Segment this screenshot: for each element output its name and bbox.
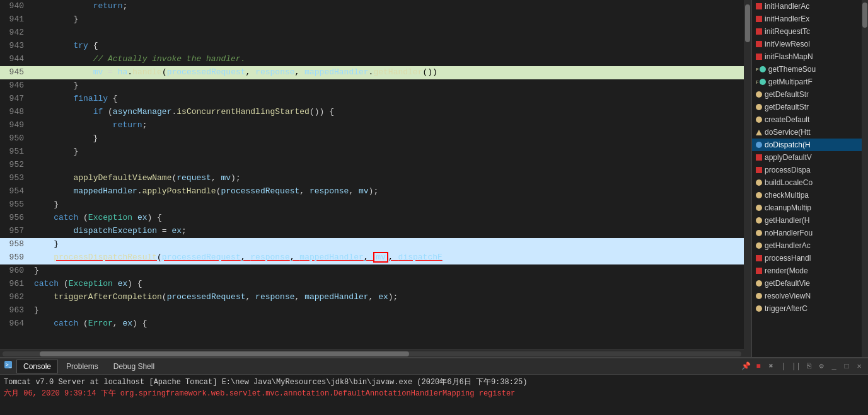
scrollbar-thumb[interactable] [40, 351, 409, 356]
table-row[interactable]: 951 } [0, 145, 744, 159]
horizontal-scrollbar[interactable] [0, 350, 744, 357]
method-icon [756, 192, 762, 198]
table-row[interactable]: 941 } [0, 13, 744, 26]
table-row[interactable]: 955 } [0, 198, 744, 212]
outline-item[interactable]: buildLocaleCo [752, 176, 862, 189]
table-row[interactable]: 963} [0, 304, 744, 317]
method-icon [756, 130, 762, 135]
code-line-content: finally { [32, 93, 744, 106]
method-label: noHandlerFou [765, 229, 813, 237]
line-number: 962 [0, 291, 32, 304]
outline-item[interactable]: triggerAfterC [752, 302, 862, 315]
table-row[interactable]: 959 processDispatchResult(processedReque… [0, 251, 744, 264]
table-row[interactable]: 950 } [0, 132, 744, 145]
outline-item[interactable]: getDefaultVie [752, 277, 862, 290]
outline-item[interactable]: initRequestTc [752, 25, 862, 38]
copy-icon[interactable]: ⎘ [804, 361, 814, 372]
outline-item[interactable]: doService(Htt [752, 126, 862, 139]
outline-item[interactable]: initFlashMapN [752, 50, 862, 63]
line-number: 956 [0, 212, 32, 225]
table-row[interactable]: 953 applyDefaultViewName(request, mv); [0, 172, 744, 185]
stop-icon[interactable]: ■ [753, 361, 763, 372]
method-label: createDefault [765, 115, 809, 124]
code-vscroll-thumb[interactable] [745, 4, 750, 42]
method-label: getDefaultVie [765, 279, 810, 288]
settings-icon[interactable]: ⚙ [816, 361, 826, 372]
maximize-icon[interactable]: □ [842, 361, 852, 372]
line-number: 954 [0, 185, 32, 198]
method-icon [756, 154, 762, 161]
outline-item[interactable]: FgetMultipartF [752, 76, 862, 88]
outline-item[interactable]: render(Mode [752, 264, 862, 277]
table-row[interactable]: 957 dispatchException = ex; [0, 225, 744, 238]
outline-item[interactable]: getDefaultStr [752, 101, 862, 113]
line-number: 961 [0, 278, 32, 291]
outline-vscroll-thumb[interactable] [862, 3, 867, 28]
line-number: 964 [0, 317, 32, 331]
method-label: resolveViewN [765, 292, 811, 300]
outline-item[interactable]: initViewResol [752, 38, 862, 50]
table-row[interactable]: 947 finally { [0, 93, 744, 106]
code-line-content: catch (Error, ex) { [32, 317, 744, 331]
method-icon [756, 3, 762, 9]
method-icon: F [756, 66, 766, 72]
outline-item[interactable]: doDispatch(H [752, 139, 862, 151]
table-row[interactable]: 960} [0, 264, 744, 278]
table-row[interactable]: 956 catch (Exception ex) { [0, 212, 744, 225]
scroll-lock-icon[interactable]: || [791, 361, 801, 372]
console-tab[interactable]: Problems [59, 360, 105, 373]
outline-item[interactable]: getDefaultStr [752, 88, 862, 101]
table-row[interactable]: 961catch (Exception ex) { [0, 278, 744, 291]
scrollbar-track[interactable] [3, 351, 741, 356]
table-row[interactable]: 964 catch (Error, ex) { [0, 317, 744, 331]
console-tab[interactable]: Debug Shell [107, 360, 161, 373]
outline-panel: initHandlerAcinitHandlerExinitRequestTci… [751, 0, 868, 357]
outline-item[interactable]: resolveViewN [752, 290, 862, 302]
line-number: 948 [0, 106, 32, 119]
code-line-content: return; [32, 0, 744, 13]
outline-scrollbar[interactable] [862, 0, 868, 357]
outline-item[interactable]: initHandlerAc [752, 0, 862, 13]
table-row[interactable]: 952 [0, 159, 744, 172]
outline-item[interactable]: noHandlerFou [752, 227, 862, 239]
outline-item[interactable]: applyDefaultV [752, 151, 862, 164]
method-label: processHandl [765, 254, 811, 263]
table-row[interactable]: 954 mappedHandler.applyPostHandle(proces… [0, 185, 744, 198]
table-row[interactable]: 962 triggerAfterCompletion(processedRequ… [0, 291, 744, 304]
outline-item[interactable]: checkMultipa [752, 189, 862, 202]
code-vertical-scrollbar[interactable] [744, 0, 751, 357]
table-row[interactable]: 946 } [0, 79, 744, 93]
table-row[interactable]: 949 return; [0, 119, 744, 132]
table-row[interactable]: 943 try { [0, 40, 744, 53]
table-row[interactable]: 940 return; [0, 0, 744, 13]
method-label: getDefaultStr [765, 90, 809, 99]
lock-icon[interactable]: | [778, 361, 789, 372]
console-tab[interactable]: Console [16, 360, 58, 373]
outline-item[interactable]: processHandl [752, 252, 862, 264]
minimize-icon[interactable]: _ [829, 361, 839, 372]
table-row[interactable]: 948 if (asyncManager.isConcurrentHandlin… [0, 106, 744, 119]
outline-item[interactable]: initHandlerEx [752, 13, 862, 25]
outline-item[interactable]: getHandler(H [752, 214, 862, 227]
line-number: 949 [0, 119, 32, 132]
close-icon[interactable]: ✕ [854, 361, 864, 372]
table-row[interactable]: 942 [0, 26, 744, 40]
outline-item[interactable]: cleanupMultip [752, 202, 862, 214]
table-row[interactable]: 945 mv = ha.handle(processedRequest, res… [0, 66, 744, 79]
method-icon [756, 142, 762, 148]
outline-item[interactable]: getHandlerAc [752, 239, 862, 252]
outline-item[interactable]: processDispa [752, 164, 862, 176]
outline-item[interactable]: createDefault [752, 113, 862, 126]
method-icon [756, 16, 762, 22]
code-line-content: try { [32, 40, 744, 53]
clear-icon[interactable]: ✖ [766, 361, 776, 372]
method-label: initHandlerEx [765, 14, 809, 23]
code-line-content: return; [32, 119, 744, 132]
table-row[interactable]: 944 // Actually invoke the handler. [0, 53, 744, 66]
line-number: 953 [0, 172, 32, 185]
method-label: initRequestTc [765, 27, 810, 36]
outline-item[interactable]: FgetThemeSou [752, 63, 862, 76]
method-label: applyDefaultV [765, 153, 812, 162]
pin-icon[interactable]: 📌 [741, 361, 751, 372]
table-row[interactable]: 958 } [0, 238, 744, 251]
